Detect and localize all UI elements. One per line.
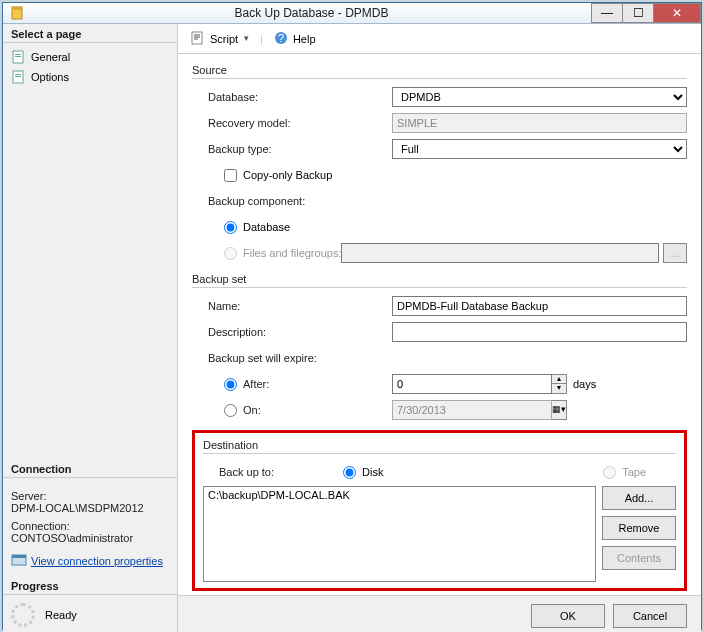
close-button[interactable]: ✕ [653,3,701,23]
nav-options-label: Options [31,71,69,83]
database-label: Database: [192,91,392,103]
titlebar: Back Up Database - DPMDB — ☐ ✕ [3,3,701,24]
expire-after-radio[interactable]: After: [224,378,392,391]
date-picker-button[interactable]: ▦▾ [552,400,567,420]
script-button[interactable]: Script ▼ [184,28,256,50]
name-label: Name: [192,300,392,312]
backup-to-label: Back up to: [203,466,343,478]
dialog-footer: OK Cancel [178,595,701,632]
filegroups-browse-button: ... [663,243,687,263]
app-icon [9,5,25,21]
destination-group-title: Destination [203,439,676,451]
script-icon [190,30,206,48]
remove-button[interactable]: Remove [602,516,676,540]
svg-rect-4 [15,56,21,57]
server-label: Server: [11,490,169,502]
progress-header: Progress [3,576,177,595]
backup-set-group-title: Backup set [192,273,687,285]
minimize-button[interactable]: — [591,3,623,23]
connection-label: Connection: [11,520,169,532]
component-database-radio[interactable]: Database [192,221,290,234]
toolbar: Script ▼ | ? Help [178,24,701,54]
filegroups-field [341,243,659,263]
expire-after-input[interactable] [392,374,552,394]
svg-text:?: ? [278,32,284,44]
window-title: Back Up Database - DPMDB [31,6,592,20]
days-unit: days [573,378,596,390]
view-connection-properties-link[interactable]: View connection properties [11,552,169,570]
progress-spinner-icon [11,603,35,627]
progress-status: Ready [45,609,77,621]
destination-listbox[interactable]: C:\backup\DPM-LOCAL.BAK [203,486,596,582]
maximize-button[interactable]: ☐ [622,3,654,23]
help-icon: ? [273,30,289,48]
recovery-model-label: Recovery model: [192,117,392,129]
expire-on-radio[interactable]: On: [224,404,392,417]
expire-on-date[interactable] [392,400,552,420]
recovery-model-field [392,113,687,133]
add-button[interactable]: Add... [602,486,676,510]
tape-radio: Tape [603,466,646,479]
page-icon [11,49,27,65]
svg-rect-3 [15,54,21,55]
select-page-header: Select a page [3,24,177,43]
cancel-button[interactable]: Cancel [613,604,687,628]
contents-button: Contents [602,546,676,570]
destination-highlight: Destination Back up to: Disk Tape C:\bac… [192,430,687,591]
connection-header: Connection [3,459,177,478]
svg-rect-10 [192,32,202,44]
backup-type-label: Backup type: [192,143,392,155]
nav-options[interactable]: Options [3,67,177,87]
nav-general-label: General [31,51,70,63]
spinner-buttons[interactable]: ▲▼ [552,374,567,394]
description-label: Description: [192,326,392,338]
description-input[interactable] [392,322,687,342]
backup-name-input[interactable] [392,296,687,316]
list-item[interactable]: C:\backup\DPM-LOCAL.BAK [208,489,591,501]
svg-rect-1 [12,7,22,10]
disk-radio[interactable]: Disk [343,466,383,479]
page-icon [11,69,27,85]
ok-button[interactable]: OK [531,604,605,628]
svg-rect-7 [15,76,21,77]
nav-general[interactable]: General [3,47,177,67]
chevron-down-icon: ▼ [242,34,250,43]
database-select[interactable]: DPMDB [392,87,687,107]
svg-rect-9 [12,555,26,558]
server-value: DPM-LOCAL\MSDPM2012 [11,502,169,514]
left-panel: Select a page General Options Connection… [3,24,178,632]
backup-component-label: Backup component: [192,195,392,207]
svg-rect-6 [15,74,21,75]
help-button[interactable]: ? Help [267,28,322,50]
source-group-title: Source [192,64,687,76]
expire-label: Backup set will expire: [192,352,392,364]
copy-only-checkbox[interactable]: Copy-only Backup [192,169,332,182]
connection-value: CONTOSO\administrator [11,532,169,544]
properties-icon [11,552,27,570]
backup-type-select[interactable]: Full [392,139,687,159]
component-files-radio: Files and filegroups: [192,247,341,260]
dialog-window: Back Up Database - DPMDB — ☐ ✕ Select a … [2,2,702,630]
